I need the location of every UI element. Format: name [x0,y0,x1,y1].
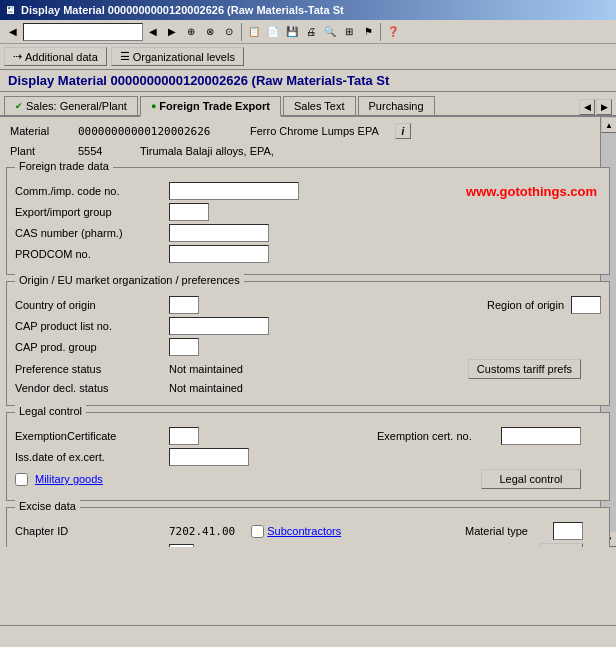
scroll-up-btn[interactable]: ▲ [601,117,616,133]
customs-tariff-btn[interactable]: Customs tariff prefs [468,359,581,379]
doc-icon[interactable]: 📄 [264,23,282,41]
flag-icon[interactable]: ⚑ [359,23,377,41]
no-grs-input[interactable] [169,544,194,547]
plant-row: Plant 5554 Tirumala Balaji alloys, EPA, [6,143,610,159]
save-icon[interactable]: 💾 [283,23,301,41]
prodcom-row: PRODCOM no. [15,245,601,263]
vendor-decl-label: Vendor decl. status [15,382,165,394]
cap-product-row: CAP product list no. [15,317,601,335]
exemption-cert-no-label: Exemption cert. no. [377,430,497,442]
excise-data-section: Excise data Chapter ID 7202.41.00 Subcon… [6,507,610,547]
org-levels-label: Organizational levels [133,51,235,63]
cap-product-input[interactable] [169,317,269,335]
comm-imp-label: Comm./imp. code no. [15,185,165,197]
material-number: 00000000000120002626 [78,125,238,138]
material-row: Material 00000000000120002626 Ferro Chro… [6,121,610,141]
vendor-decl-value: Not maintained [169,382,243,394]
subcontractors-checkbox[interactable] [251,525,264,538]
org-levels-btn[interactable]: ☰ Organizational levels [111,47,244,66]
nav2-icon[interactable]: ⊗ [201,23,219,41]
export-import-row: Export/import group [15,203,601,221]
military-goods-checkbox[interactable] [15,473,28,486]
tab-foreign-trade[interactable]: ● Foreign Trade Export [140,96,281,117]
origin-section: Origin / EU market organization / prefer… [6,281,610,406]
help-icon[interactable]: ❓ [384,23,402,41]
iss-date-label: Iss.date of ex.cert. [15,451,165,463]
address-bar[interactable] [23,23,143,41]
legal-control-section: Legal control ExemptionCertificate Exemp… [6,412,610,501]
status-bar [0,625,616,647]
additional-data-icon: ⇢ [13,50,22,63]
prodcom-input[interactable] [169,245,269,263]
info-icon[interactable]: i [395,123,411,139]
iss-date-input[interactable] [169,448,249,466]
tab-purchasing[interactable]: Purchasing [358,96,435,115]
prodcom-label: PRODCOM no. [15,248,165,260]
no-grs-row: No. GRs per EI Output Mat1. 000000000001… [15,543,601,547]
country-origin-input[interactable] [169,296,199,314]
exemption-cert-input[interactable] [169,427,199,445]
cas-number-input[interactable] [169,224,269,242]
window-title: Display Material 0000000000120002626 (Ra… [21,4,344,16]
prev-icon[interactable]: ◀ [144,23,162,41]
page-title: Display Material 0000000000120002626 (Ra… [0,70,616,92]
origin-title: Origin / EU market organization / prefer… [15,274,244,286]
material-type-label: Material type [465,525,545,537]
nav3-icon[interactable]: ⊙ [220,23,238,41]
excise-data-fields: Chapter ID 7202.41.00 Subcontractors Mat… [15,522,601,547]
cap-prod-group-row: CAP prod. group [15,338,601,356]
excise-data-title: Excise data [15,500,80,512]
tab-row: ✔ Sales: General/Plant ● Foreign Trade E… [0,92,616,117]
material-type-input[interactable] [553,522,583,540]
export-import-input[interactable] [169,203,209,221]
secondary-toolbar: ⇢ Additional data ☰ Organizational level… [0,44,616,70]
comm-imp-input[interactable] [169,182,299,200]
exemption-cert-row: ExemptionCertificate Exemption cert. no. [15,427,601,445]
cap-prod-group-label: CAP prod. group [15,341,165,353]
tab-sales-text[interactable]: Sales Text [283,96,356,115]
org-levels-icon: ☰ [120,50,130,63]
military-goods-row: Military goods Legal control [15,469,601,489]
back-icon[interactable]: ◀ [4,23,22,41]
plant-value: 5554 [78,145,128,157]
main-content: ▲ ▼ Material 00000000000120002626 Ferro … [0,117,616,547]
next-icon[interactable]: ▶ [163,23,181,41]
exemption-cert-no-input[interactable] [501,427,581,445]
watermark: www.gotothings.com [466,184,597,199]
vendor-decl-row: Vendor decl. status Not maintained [15,382,601,394]
military-goods-label[interactable]: Military goods [35,473,103,485]
material-desc: Ferro Chrome Lumps EPA [250,125,379,137]
tab-prev-btn[interactable]: ◀ [579,99,595,115]
tab-sales-general[interactable]: ✔ Sales: General/Plant [4,96,138,115]
foreign-trade-section: Foreign trade data www.gotothings.com Co… [6,167,610,275]
preference-status-label: Preference status [15,363,165,375]
plant-desc: Tirumala Balaji alloys, EPA, [140,145,274,157]
page-title-text: Display Material 0000000000120002626 (Ra… [8,73,389,88]
additional-data-btn[interactable]: ⇢ Additional data [4,47,107,66]
output-mat1-value: 00000000000120002626 [399,547,531,548]
copy-icon[interactable]: 📋 [245,23,263,41]
find-icon[interactable]: 🔍 [321,23,339,41]
legal-control-btn[interactable]: Legal control [481,469,581,489]
print-icon[interactable]: 🖨 [302,23,320,41]
country-origin-row: Country of origin Region of origin [15,296,601,314]
iss-date-row: Iss.date of ex.cert. [15,448,601,466]
material-label: Material [10,125,70,137]
foreign-trade-title: Foreign trade data [15,160,113,172]
more-btn[interactable]: More [540,543,583,547]
tab-next-btn[interactable]: ▶ [596,99,612,115]
grid-icon[interactable]: ⊞ [340,23,358,41]
legal-control-fields: ExemptionCertificate Exemption cert. no.… [15,427,601,489]
cap-prod-group-input[interactable] [169,338,199,356]
nav1-icon[interactable]: ⊕ [182,23,200,41]
cas-number-label: CAS number (pharm.) [15,227,165,239]
export-import-label: Export/import group [15,206,165,218]
title-bar: 🖥 Display Material 0000000000120002626 (… [0,0,616,20]
main-toolbar: ◀ ◀ ▶ ⊕ ⊗ ⊙ 📋 📄 💾 🖨 🔍 ⊞ ⚑ ❓ [0,20,616,44]
additional-data-label: Additional data [25,51,98,63]
legal-control-title: Legal control [15,405,86,417]
region-origin-input[interactable] [571,296,601,314]
plant-label: Plant [10,145,70,157]
chapter-id-label: Chapter ID [15,525,165,537]
subcontractors-label[interactable]: Subcontractors [267,525,341,537]
